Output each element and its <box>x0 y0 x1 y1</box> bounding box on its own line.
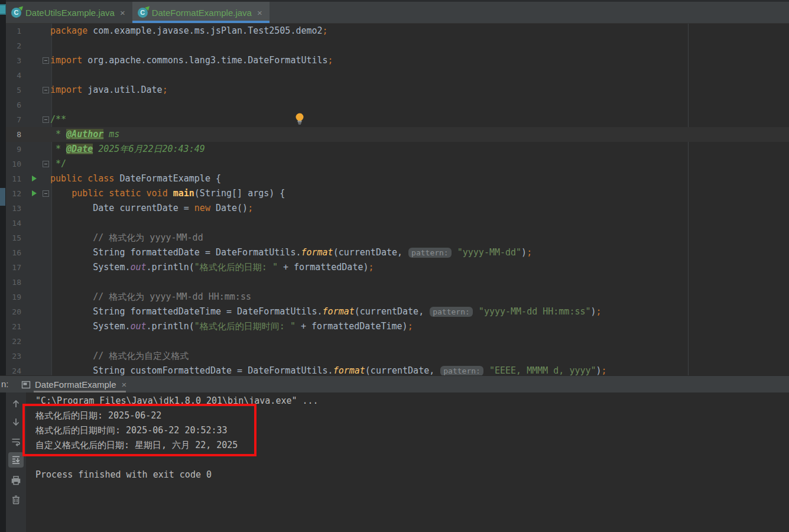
code-line[interactable]: 20 String formattedDateTime = DateFormat… <box>6 304 789 319</box>
code-segment: org.apache.commons.lang3.time.DateFormat… <box>87 55 327 66</box>
tab-label: DateFormatExample.java <box>152 8 252 18</box>
line-number: 22 <box>6 334 21 349</box>
tab-label: DateUtilsExample.java <box>25 8 115 18</box>
code-line[interactable]: 21 System.out.println("格式化后的日期时间: " + fo… <box>6 319 789 334</box>
code-line[interactable]: 9 * @Date 2025年6月22日20:43:49 <box>6 142 789 157</box>
code-segment: "格式化后的日期时间: " <box>194 321 296 332</box>
code-line[interactable]: 16 String formattedDate = DateFormatUtil… <box>6 245 789 260</box>
code-line[interactable]: 7/** <box>6 112 789 127</box>
code-line[interactable]: 13 Date currentDate = new Date(); <box>6 201 789 216</box>
code-line[interactable]: 19 // 格式化为 yyyy-MM-dd HH:mm:ss <box>6 290 789 304</box>
code-line[interactable]: 3import org.apache.commons.lang3.time.Da… <box>6 53 789 68</box>
left-stripe-fragment <box>0 188 5 206</box>
scroll-to-end-icon[interactable] <box>8 452 24 468</box>
line-number: 12 <box>6 186 21 201</box>
fold-icon[interactable] <box>43 57 49 64</box>
parameter-hint: pattern: <box>430 307 473 317</box>
code-line[interactable]: 14 <box>6 216 789 231</box>
line-number: 17 <box>6 260 21 275</box>
console-output-panel: "C:\Program Files\Java\jdk1.8.0_201\bin\… <box>6 392 789 532</box>
console-output-line: Process finished with exit code 0 <box>35 468 789 482</box>
soft-wrap-icon[interactable] <box>8 434 24 449</box>
code-segment: * <box>50 129 66 140</box>
code-segment: public class <box>50 173 119 184</box>
code-segment: + formattedDateTime) <box>296 321 408 332</box>
code-segment: ; <box>248 203 253 213</box>
code-text: String customFormattedDate = DateFormatU… <box>50 364 607 375</box>
code-line[interactable]: 22 <box>6 334 789 349</box>
code-segment <box>484 365 489 375</box>
code-segment: package <box>50 25 93 36</box>
scroll-down-icon[interactable] <box>8 414 24 430</box>
code-line[interactable]: 24 String customFormattedDate = DateForm… <box>6 364 789 375</box>
fold-icon[interactable] <box>43 190 49 197</box>
code-editor[interactable]: 1package com.example.javase.ms.jsPlan.Te… <box>6 24 789 375</box>
code-line[interactable]: 6 <box>6 98 789 112</box>
code-text: public static void main(String[] args) { <box>50 186 285 201</box>
line-number: 18 <box>6 275 21 290</box>
line-number: 15 <box>6 231 21 245</box>
java-class-run-icon: C <box>11 8 21 18</box>
print-icon[interactable] <box>8 473 24 488</box>
line-number: 13 <box>6 201 21 216</box>
line-number: 21 <box>6 319 21 334</box>
fold-icon[interactable] <box>43 116 49 123</box>
code-segment <box>50 188 72 199</box>
code-line[interactable]: 23 // 格式化为自定义格式 <box>6 349 789 364</box>
run-gutter-icon[interactable] <box>32 190 37 196</box>
code-line[interactable]: 8 * @Author ms <box>6 127 789 142</box>
code-segment: */ <box>50 158 66 169</box>
code-segment: out <box>130 321 146 332</box>
code-line[interactable]: 1package com.example.javase.ms.jsPlan.Te… <box>6 24 789 38</box>
code-segment: ; <box>323 25 328 36</box>
scroll-up-icon[interactable] <box>8 396 24 411</box>
run-overlay-icon <box>18 4 25 11</box>
code-text: public class DateFormatExample { <box>50 171 221 186</box>
code-segment: ms <box>103 129 119 140</box>
code-segment: @Date <box>66 144 93 154</box>
close-icon[interactable]: × <box>121 379 128 390</box>
line-number: 24 <box>6 364 21 375</box>
code-segment: String formattedDate = DateFormatUtils. <box>50 247 301 258</box>
line-number: 16 <box>6 245 21 260</box>
code-line[interactable]: 12 public static void main(String[] args… <box>6 186 789 201</box>
code-segment: .println( <box>147 321 194 332</box>
code-segment: ; <box>163 85 168 95</box>
intention-bulb-icon[interactable] <box>294 112 306 125</box>
close-icon[interactable]: × <box>119 8 126 18</box>
line-number: 19 <box>6 290 21 304</box>
fold-icon[interactable] <box>43 161 49 167</box>
code-line[interactable]: 10 */ <box>6 157 789 171</box>
run-panel-header: n: DateFormatExample × <box>0 375 789 392</box>
code-line[interactable]: 15 // 格式化为 yyyy-MM-dd <box>6 231 789 245</box>
run-gutter-icon[interactable] <box>32 176 37 181</box>
code-segment: System. <box>50 321 130 332</box>
code-text: package com.example.javase.ms.jsPlan.Tes… <box>50 24 328 38</box>
code-segment: out <box>130 262 146 273</box>
code-line[interactable]: 2 <box>6 38 789 53</box>
code-line[interactable]: 17 System.out.println("格式化后的日期: " + form… <box>6 260 789 275</box>
tab-dateformatexample[interactable]: C DateFormatExample.java × <box>132 2 270 23</box>
code-segment: com.example.javase.ms.jsPlan.Test2505.de… <box>93 25 322 36</box>
code-text: // 格式化为自定义格式 <box>50 349 189 364</box>
console-tab[interactable]: DateFormatExample × <box>21 377 128 392</box>
tab-dateutilsexample[interactable]: C DateUtilsExample.java × <box>6 2 132 23</box>
line-number: 10 <box>6 157 21 171</box>
code-segment: Date() <box>210 203 248 213</box>
code-line[interactable]: 4 <box>6 68 789 83</box>
code-segment: (String[] args) { <box>194 188 285 199</box>
code-line[interactable]: 5import java.util.Date; <box>6 83 789 98</box>
console-icon <box>21 380 31 390</box>
fold-icon[interactable] <box>43 87 49 93</box>
close-icon[interactable]: × <box>256 8 264 18</box>
code-line[interactable]: 18 <box>6 275 789 290</box>
code-line[interactable]: 11public class DateFormatExample { <box>6 171 789 186</box>
console-tab-underline <box>34 391 126 392</box>
code-text: /** <box>50 112 66 127</box>
code-text: * @Date 2025年6月22日20:43:49 <box>50 142 205 157</box>
clear-icon[interactable] <box>8 492 24 507</box>
code-segment: "yyyy-MM-dd" <box>457 247 521 258</box>
code-segment: System. <box>50 262 130 273</box>
code-segment: (currentDate, <box>365 365 440 375</box>
code-segment <box>452 247 457 258</box>
